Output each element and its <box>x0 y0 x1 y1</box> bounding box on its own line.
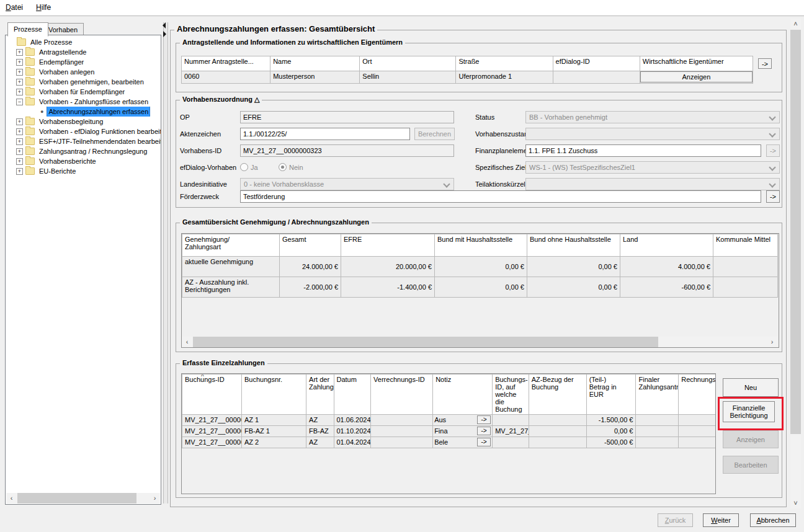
finanzplanelement-field[interactable] <box>525 144 761 157</box>
column-header[interactable]: Bund ohne Haushaltsstelle <box>527 234 620 257</box>
tree-item-vorhaben-anlegen[interactable]: + Vorhaben anlegen <box>6 67 161 77</box>
splitter-collapse-right-icon[interactable] <box>163 31 166 37</box>
cell-verrechnungs-id <box>371 437 433 448</box>
tree-expand-icon[interactable]: + <box>16 138 23 145</box>
tree-item-vorhabensbegleitung[interactable]: + Vorhabensbegleitung <box>6 117 161 126</box>
foerderzweck-goto-button[interactable]: -> <box>766 190 780 203</box>
column-header[interactable]: Wirtschaftliche Eigentümer <box>640 56 753 71</box>
tab-prozesse[interactable]: Prozesse <box>7 22 48 37</box>
aktenzeichen-label: Aktenzeichen <box>180 128 221 140</box>
teilaktionskuerzel-select[interactable] <box>525 178 780 190</box>
column-header[interactable]: Land <box>620 234 713 257</box>
tree-expand-icon[interactable]: + <box>16 89 23 95</box>
column-header[interactable]: Verrechnungs-ID <box>371 375 433 415</box>
gesamtuebersicht-scrollbar-thumb[interactable] <box>193 337 658 347</box>
column-header[interactable]: Finaler Zahlungsantrag <box>636 375 679 415</box>
column-header[interactable]: Nummer Antragstelle... <box>182 56 270 71</box>
notiz-goto-button[interactable]: -> <box>477 415 491 424</box>
abbrechen-button[interactable]: Abbrechen <box>750 513 796 527</box>
weiter-button[interactable]: Weiter <box>703 513 739 527</box>
notiz-goto-button[interactable]: -> <box>477 427 491 435</box>
menu-datei[interactable]: Datei <box>0 0 29 14</box>
anzeigen-eigentuemer-button[interactable]: Anzeigen <box>640 71 753 82</box>
column-header[interactable]: Straße <box>456 56 553 71</box>
tree-item-esf-jtf[interactable]: + ESF+/JTF-Teilnehmendendaten bearbeiten <box>6 136 161 146</box>
column-header[interactable]: Ort <box>360 56 456 71</box>
landesinitiative-select[interactable]: 0 - keine Vorhabensklasse <box>240 178 454 190</box>
bearbeiten-button[interactable]: Bearbeiten <box>723 456 779 474</box>
sidebar-splitter[interactable] <box>163 22 168 503</box>
column-header[interactable]: EFRE <box>341 234 435 257</box>
column-header[interactable]: Bund mit Haushaltsstelle <box>435 234 527 257</box>
aktenzeichen-field[interactable] <box>240 128 410 140</box>
cell-nummer: 0060 <box>182 71 270 84</box>
tree-expand-icon[interactable]: + <box>16 148 23 155</box>
tree-item-abrechnungszahlungen[interactable]: ● Abrechnungszahlungen erfassen <box>6 107 161 117</box>
tree-expand-icon[interactable]: + <box>16 158 23 165</box>
zurueck-button[interactable]: Zurück <box>658 513 693 527</box>
tree-expand-icon[interactable]: + <box>16 118 23 125</box>
menu-hilfe[interactable]: Hilfe <box>30 0 56 14</box>
tree-expand-icon[interactable]: + <box>16 69 23 76</box>
column-header[interactable]: efDialog-ID <box>553 56 640 71</box>
column-header[interactable]: Art der Zahlung <box>306 375 334 415</box>
main-vertical-scrollbar[interactable]: ˄ ˅ <box>790 19 801 508</box>
column-header[interactable]: Rechnungslegung <box>679 375 716 415</box>
op-field[interactable] <box>240 111 454 123</box>
status-select[interactable]: BB - Vorhaben genehmigt <box>525 111 780 123</box>
cell-buchungsnr: AZ 1 <box>241 415 306 426</box>
radio-nein[interactable]: Nein <box>279 161 303 174</box>
column-header[interactable]: Buchungs-ID, auf welche die Buchung <box>493 375 529 415</box>
applicants-goto-button[interactable]: -> <box>758 58 772 69</box>
tree-item-zahlungsfluesse[interactable]: − Vorhaben - Zahlungsflüsse erfassen <box>6 97 161 107</box>
splitter-collapse-left-icon[interactable] <box>163 22 166 29</box>
tree-item-endempfaenger[interactable]: + Endempfänger <box>6 57 161 67</box>
scroll-left-icon[interactable]: ‹ <box>182 337 192 347</box>
tree-expand-icon[interactable]: + <box>16 128 23 135</box>
column-header[interactable]: Buchungsnr. <box>241 375 306 415</box>
column-header[interactable]: AZ-Bezug der Buchung <box>529 375 586 415</box>
column-header[interactable]: Datum <box>334 375 371 415</box>
column-header-sorted[interactable]: ^Buchungs-ID <box>182 375 242 415</box>
tree-item-zahlungsantrag[interactable]: + Zahlungsantrag / Rechnungslegung <box>6 146 161 156</box>
vorhabens-id-field[interactable] <box>240 144 454 157</box>
column-header[interactable]: Kommunale Mittel <box>713 234 778 257</box>
vorhabenszustand-select[interactable] <box>525 128 780 140</box>
scroll-left-icon[interactable]: ‹ <box>6 493 17 503</box>
notiz-goto-button[interactable]: -> <box>477 438 491 446</box>
scroll-right-icon[interactable]: › <box>150 493 160 503</box>
tree-expand-icon[interactable]: + <box>16 49 23 56</box>
cell-efre: -1.400,00 € <box>341 277 435 298</box>
scroll-up-icon[interactable]: ˄ <box>790 19 801 29</box>
tree-expand-icon[interactable]: + <box>16 79 23 86</box>
tree-item-vorhabensberichte[interactable]: + Vorhabensberichte <box>6 156 161 166</box>
column-header[interactable]: Notiz <box>433 375 493 415</box>
neu-button[interactable]: Neu <box>723 378 779 397</box>
spezifisches-ziel-select[interactable]: WS-1 - (WS) TestSpezifischesZiel1 <box>525 161 780 174</box>
column-header[interactable]: Genehmigung/ Zahlungsart <box>182 234 280 257</box>
tree-item-antragstellende[interactable]: + Antragstellende <box>6 47 161 57</box>
tree-expand-icon[interactable]: + <box>16 168 23 175</box>
tree-expand-icon[interactable]: + <box>16 59 23 66</box>
tree-item-eu-berichte[interactable]: + EU-Berichte <box>6 166 161 176</box>
gesamtuebersicht-horizontal-scrollbar[interactable]: ‹ › <box>182 337 777 347</box>
radio-ja[interactable]: Ja <box>240 161 258 174</box>
foerderzweck-field[interactable] <box>240 190 761 203</box>
finanzplanelement-goto-button[interactable]: -> <box>766 144 780 157</box>
column-header[interactable]: Name <box>270 56 360 71</box>
sidebar-scrollbar-thumb[interactable] <box>17 493 136 503</box>
berechnen-button[interactable]: Berechnen <box>414 128 455 140</box>
scroll-down-icon[interactable]: ˅ <box>790 498 801 508</box>
tree-item-vorhaben-endempfaenger[interactable]: + Vorhaben für Endempfänger <box>6 87 161 97</box>
tree-collapse-icon[interactable]: − <box>16 99 23 105</box>
finanzielle-berichtigung-button[interactable]: Finanzielle Berichtigung <box>723 401 775 422</box>
scroll-right-icon[interactable]: › <box>767 337 777 347</box>
anzeigen-button[interactable]: Anzeigen <box>723 430 779 448</box>
sidebar-horizontal-scrollbar[interactable]: ‹ › <box>6 493 160 503</box>
tree-item-vorhaben-genehmigen[interactable]: + Vorhaben genehmigen, bearbeiten <box>6 77 161 87</box>
column-header[interactable]: Gesamt <box>280 234 341 257</box>
column-header[interactable]: (Teil-) Betrag in EUR <box>586 375 636 415</box>
tree-item-efdialog-funktionen[interactable]: + Vorhaben - efDialog Funktionen bearbei… <box>6 126 161 136</box>
main-scrollbar-thumb[interactable] <box>790 30 801 434</box>
tree-item-root[interactable]: Alle Prozesse <box>6 37 161 47</box>
